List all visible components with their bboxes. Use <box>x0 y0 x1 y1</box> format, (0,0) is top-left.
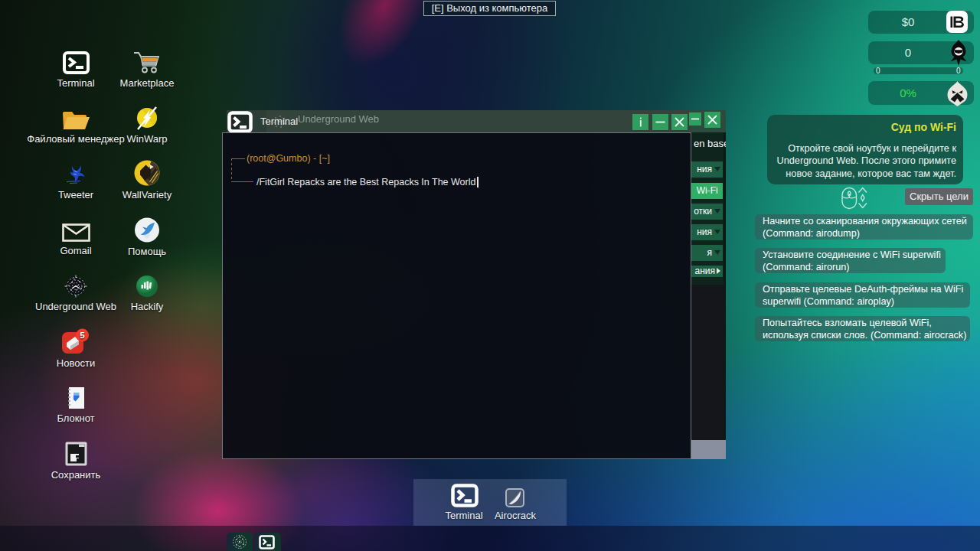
svg-text:5: 5 <box>80 331 85 340</box>
